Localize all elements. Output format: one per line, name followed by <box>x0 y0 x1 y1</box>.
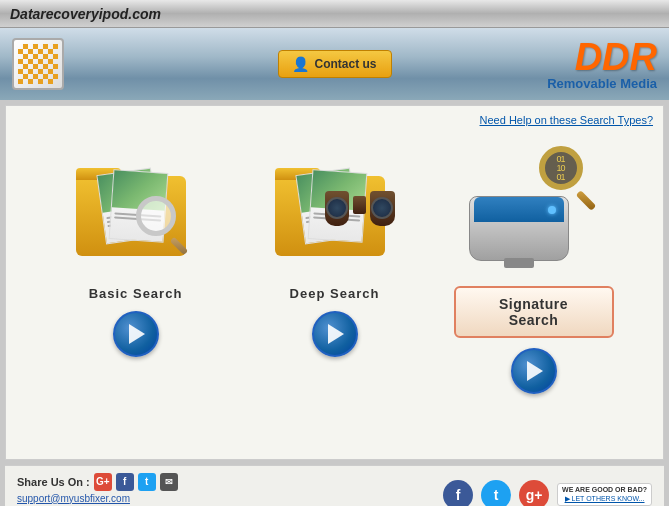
signature-search-drive: 011001 <box>469 146 599 266</box>
header: 👤 Contact us DDR Removable Media <box>0 28 669 100</box>
bino-left-lens <box>325 191 350 226</box>
footer-twitter-badge[interactable]: t <box>481 480 511 507</box>
play-triangle-icon-deep <box>328 324 344 344</box>
contact-button[interactable]: 👤 Contact us <box>277 50 391 78</box>
title-bar-text: Datarecoveryipod.com <box>10 6 161 22</box>
play-triangle-icon <box>129 324 145 344</box>
basic-search-option: Basic Search <box>56 136 216 357</box>
footer-right: f t g+ WE ARE GOOD OR BAD? ▶ LET OTHERS … <box>443 480 652 507</box>
basic-search-magnifier-icon <box>136 196 191 251</box>
ddr-subtitle: Removable Media <box>547 76 657 91</box>
bino-bridge <box>353 196 365 214</box>
signature-search-option: 011001 Signature Search <box>454 136 614 394</box>
signature-search-play-button[interactable] <box>511 348 557 394</box>
signature-magnifier-icon: 011001 <box>539 146 599 206</box>
footer: Share Us On : G+ f t ✉ support@myusbfixe… <box>5 465 664 506</box>
rating-top-text: WE ARE GOOD OR BAD? <box>562 486 647 494</box>
deep-search-icon-area <box>265 136 405 276</box>
binoculars-icon <box>325 191 395 251</box>
ddr-logo: DDR Removable Media <box>547 38 657 91</box>
share-row: Share Us On : G+ f t ✉ <box>17 473 190 491</box>
basic-search-play-button[interactable] <box>113 311 159 357</box>
help-link[interactable]: Need Help on these Search Types? <box>480 114 653 126</box>
footer-left: Share Us On : G+ f t ✉ support@myusbfixe… <box>17 473 190 507</box>
google-plus-icon[interactable]: G+ <box>94 473 112 491</box>
play-triangle-icon-sig <box>527 361 543 381</box>
logo-icon <box>12 38 64 90</box>
deep-search-folder <box>275 156 395 256</box>
ddr-title: DDR <box>547 38 657 76</box>
basic-search-folder <box>76 156 196 256</box>
contact-icon: 👤 <box>292 56 309 72</box>
basic-search-label: Basic Search <box>89 286 183 301</box>
basic-search-icon-area <box>66 136 206 276</box>
sig-mag-handle <box>575 190 596 211</box>
deep-search-label: Deep Search <box>290 286 380 301</box>
sig-mag-glass: 011001 <box>539 146 583 190</box>
footer-facebook-badge[interactable]: f <box>443 480 473 507</box>
drive-connector <box>504 258 534 268</box>
drive-light <box>548 206 556 214</box>
rating-bottom-text: ▶ LET OTHERS KNOW... <box>565 495 645 503</box>
footer-google-badge[interactable]: g+ <box>519 480 549 507</box>
twitter-icon[interactable]: t <box>138 473 156 491</box>
signature-search-icon-area: 011001 <box>464 136 604 276</box>
signature-search-button[interactable]: Signature Search <box>454 286 614 338</box>
support-email-link[interactable]: support@myusbfixer.com <box>17 493 190 504</box>
search-grid: Basic Search <box>16 136 653 394</box>
contact-label: Contact us <box>314 57 376 71</box>
deep-search-option: Deep Search <box>255 136 415 357</box>
title-bar: Datarecoveryipod.com <box>0 0 669 28</box>
facebook-icon[interactable]: f <box>116 473 134 491</box>
logo-checkerboard <box>18 44 58 84</box>
email-icon[interactable]: ✉ <box>160 473 178 491</box>
rating-badge[interactable]: WE ARE GOOD OR BAD? ▶ LET OTHERS KNOW... <box>557 483 652 505</box>
main-content: Need Help on these Search Types? <box>5 105 664 460</box>
deep-search-play-button[interactable] <box>312 311 358 357</box>
bino-right-lens <box>370 191 395 226</box>
share-label: Share Us On : <box>17 476 90 488</box>
